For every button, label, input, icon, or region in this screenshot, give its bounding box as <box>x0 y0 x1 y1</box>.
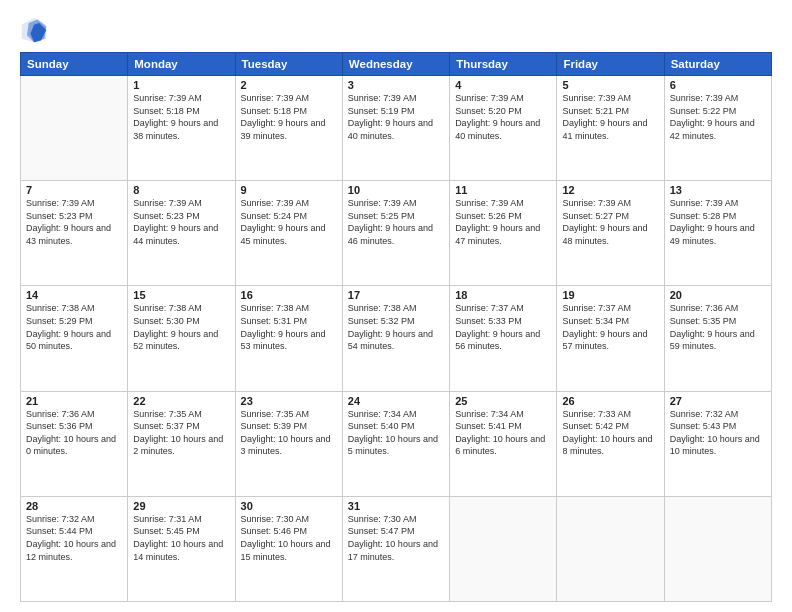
day-number: 14 <box>26 289 122 301</box>
day-number: 7 <box>26 184 122 196</box>
logo <box>20 16 52 44</box>
day-info: Sunrise: 7:36 AMSunset: 5:35 PMDaylight:… <box>670 302 766 352</box>
day-info: Sunrise: 7:35 AMSunset: 5:37 PMDaylight:… <box>133 408 229 458</box>
calendar-cell: 3Sunrise: 7:39 AMSunset: 5:19 PMDaylight… <box>342 76 449 181</box>
day-info: Sunrise: 7:39 AMSunset: 5:23 PMDaylight:… <box>26 197 122 247</box>
calendar-cell: 30Sunrise: 7:30 AMSunset: 5:46 PMDayligh… <box>235 496 342 601</box>
day-info: Sunrise: 7:38 AMSunset: 5:32 PMDaylight:… <box>348 302 444 352</box>
day-info: Sunrise: 7:39 AMSunset: 5:26 PMDaylight:… <box>455 197 551 247</box>
week-row-3: 14Sunrise: 7:38 AMSunset: 5:29 PMDayligh… <box>21 286 772 391</box>
day-number: 29 <box>133 500 229 512</box>
calendar-cell: 22Sunrise: 7:35 AMSunset: 5:37 PMDayligh… <box>128 391 235 496</box>
page: SundayMondayTuesdayWednesdayThursdayFrid… <box>0 0 792 612</box>
weekday-header-row: SundayMondayTuesdayWednesdayThursdayFrid… <box>21 53 772 76</box>
calendar-cell: 19Sunrise: 7:37 AMSunset: 5:34 PMDayligh… <box>557 286 664 391</box>
calendar-cell: 17Sunrise: 7:38 AMSunset: 5:32 PMDayligh… <box>342 286 449 391</box>
day-info: Sunrise: 7:39 AMSunset: 5:23 PMDaylight:… <box>133 197 229 247</box>
day-number: 1 <box>133 79 229 91</box>
logo-icon <box>20 16 48 44</box>
day-number: 6 <box>670 79 766 91</box>
calendar-table: SundayMondayTuesdayWednesdayThursdayFrid… <box>20 52 772 602</box>
weekday-header-monday: Monday <box>128 53 235 76</box>
calendar-cell: 11Sunrise: 7:39 AMSunset: 5:26 PMDayligh… <box>450 181 557 286</box>
day-number: 28 <box>26 500 122 512</box>
day-number: 8 <box>133 184 229 196</box>
day-info: Sunrise: 7:34 AMSunset: 5:40 PMDaylight:… <box>348 408 444 458</box>
day-info: Sunrise: 7:39 AMSunset: 5:20 PMDaylight:… <box>455 92 551 142</box>
calendar-cell: 9Sunrise: 7:39 AMSunset: 5:24 PMDaylight… <box>235 181 342 286</box>
day-info: Sunrise: 7:39 AMSunset: 5:25 PMDaylight:… <box>348 197 444 247</box>
day-number: 2 <box>241 79 337 91</box>
day-number: 10 <box>348 184 444 196</box>
day-number: 16 <box>241 289 337 301</box>
day-number: 26 <box>562 395 658 407</box>
calendar-cell <box>21 76 128 181</box>
day-info: Sunrise: 7:35 AMSunset: 5:39 PMDaylight:… <box>241 408 337 458</box>
day-number: 27 <box>670 395 766 407</box>
day-info: Sunrise: 7:37 AMSunset: 5:34 PMDaylight:… <box>562 302 658 352</box>
week-row-1: 1Sunrise: 7:39 AMSunset: 5:18 PMDaylight… <box>21 76 772 181</box>
day-info: Sunrise: 7:34 AMSunset: 5:41 PMDaylight:… <box>455 408 551 458</box>
day-info: Sunrise: 7:37 AMSunset: 5:33 PMDaylight:… <box>455 302 551 352</box>
day-info: Sunrise: 7:32 AMSunset: 5:44 PMDaylight:… <box>26 513 122 563</box>
day-info: Sunrise: 7:38 AMSunset: 5:30 PMDaylight:… <box>133 302 229 352</box>
calendar-cell: 4Sunrise: 7:39 AMSunset: 5:20 PMDaylight… <box>450 76 557 181</box>
calendar-cell: 12Sunrise: 7:39 AMSunset: 5:27 PMDayligh… <box>557 181 664 286</box>
day-info: Sunrise: 7:33 AMSunset: 5:42 PMDaylight:… <box>562 408 658 458</box>
weekday-header-thursday: Thursday <box>450 53 557 76</box>
day-info: Sunrise: 7:30 AMSunset: 5:47 PMDaylight:… <box>348 513 444 563</box>
calendar-cell: 13Sunrise: 7:39 AMSunset: 5:28 PMDayligh… <box>664 181 771 286</box>
day-number: 31 <box>348 500 444 512</box>
calendar-cell: 23Sunrise: 7:35 AMSunset: 5:39 PMDayligh… <box>235 391 342 496</box>
day-number: 9 <box>241 184 337 196</box>
day-number: 24 <box>348 395 444 407</box>
day-info: Sunrise: 7:36 AMSunset: 5:36 PMDaylight:… <box>26 408 122 458</box>
calendar-cell: 26Sunrise: 7:33 AMSunset: 5:42 PMDayligh… <box>557 391 664 496</box>
day-number: 21 <box>26 395 122 407</box>
day-number: 15 <box>133 289 229 301</box>
calendar-cell <box>557 496 664 601</box>
calendar-cell: 31Sunrise: 7:30 AMSunset: 5:47 PMDayligh… <box>342 496 449 601</box>
header <box>20 16 772 44</box>
day-number: 4 <box>455 79 551 91</box>
day-number: 30 <box>241 500 337 512</box>
calendar-cell: 5Sunrise: 7:39 AMSunset: 5:21 PMDaylight… <box>557 76 664 181</box>
day-number: 23 <box>241 395 337 407</box>
week-row-4: 21Sunrise: 7:36 AMSunset: 5:36 PMDayligh… <box>21 391 772 496</box>
day-info: Sunrise: 7:39 AMSunset: 5:18 PMDaylight:… <box>133 92 229 142</box>
day-info: Sunrise: 7:38 AMSunset: 5:31 PMDaylight:… <box>241 302 337 352</box>
day-number: 11 <box>455 184 551 196</box>
calendar-cell: 2Sunrise: 7:39 AMSunset: 5:18 PMDaylight… <box>235 76 342 181</box>
day-number: 18 <box>455 289 551 301</box>
day-info: Sunrise: 7:32 AMSunset: 5:43 PMDaylight:… <box>670 408 766 458</box>
calendar-cell: 15Sunrise: 7:38 AMSunset: 5:30 PMDayligh… <box>128 286 235 391</box>
day-number: 17 <box>348 289 444 301</box>
day-number: 19 <box>562 289 658 301</box>
calendar-cell: 8Sunrise: 7:39 AMSunset: 5:23 PMDaylight… <box>128 181 235 286</box>
day-number: 25 <box>455 395 551 407</box>
calendar-cell <box>450 496 557 601</box>
day-info: Sunrise: 7:39 AMSunset: 5:27 PMDaylight:… <box>562 197 658 247</box>
weekday-header-sunday: Sunday <box>21 53 128 76</box>
weekday-header-tuesday: Tuesday <box>235 53 342 76</box>
day-info: Sunrise: 7:38 AMSunset: 5:29 PMDaylight:… <box>26 302 122 352</box>
calendar-cell: 24Sunrise: 7:34 AMSunset: 5:40 PMDayligh… <box>342 391 449 496</box>
calendar-cell: 16Sunrise: 7:38 AMSunset: 5:31 PMDayligh… <box>235 286 342 391</box>
day-number: 22 <box>133 395 229 407</box>
day-info: Sunrise: 7:39 AMSunset: 5:24 PMDaylight:… <box>241 197 337 247</box>
day-info: Sunrise: 7:39 AMSunset: 5:19 PMDaylight:… <box>348 92 444 142</box>
day-info: Sunrise: 7:31 AMSunset: 5:45 PMDaylight:… <box>133 513 229 563</box>
day-info: Sunrise: 7:39 AMSunset: 5:22 PMDaylight:… <box>670 92 766 142</box>
calendar-cell: 14Sunrise: 7:38 AMSunset: 5:29 PMDayligh… <box>21 286 128 391</box>
calendar-cell: 29Sunrise: 7:31 AMSunset: 5:45 PMDayligh… <box>128 496 235 601</box>
calendar-cell: 20Sunrise: 7:36 AMSunset: 5:35 PMDayligh… <box>664 286 771 391</box>
weekday-header-friday: Friday <box>557 53 664 76</box>
day-number: 5 <box>562 79 658 91</box>
calendar-cell: 10Sunrise: 7:39 AMSunset: 5:25 PMDayligh… <box>342 181 449 286</box>
day-number: 20 <box>670 289 766 301</box>
calendar-cell: 6Sunrise: 7:39 AMSunset: 5:22 PMDaylight… <box>664 76 771 181</box>
day-info: Sunrise: 7:39 AMSunset: 5:28 PMDaylight:… <box>670 197 766 247</box>
calendar-cell: 21Sunrise: 7:36 AMSunset: 5:36 PMDayligh… <box>21 391 128 496</box>
day-info: Sunrise: 7:39 AMSunset: 5:21 PMDaylight:… <box>562 92 658 142</box>
week-row-5: 28Sunrise: 7:32 AMSunset: 5:44 PMDayligh… <box>21 496 772 601</box>
